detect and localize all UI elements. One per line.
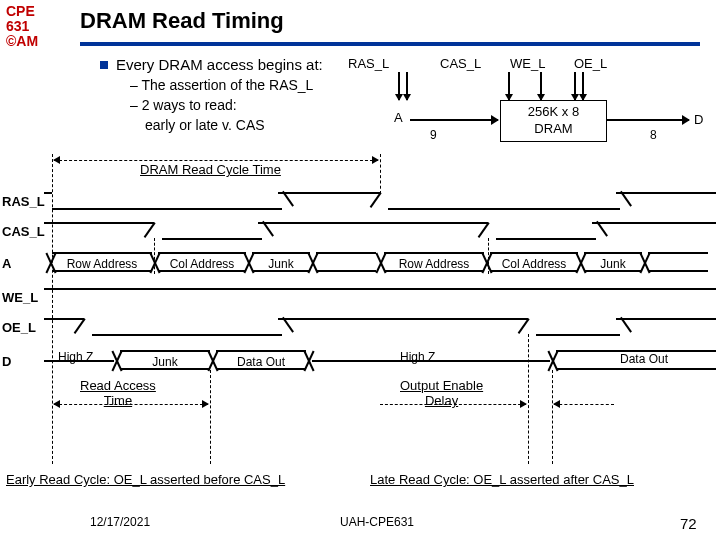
footer-date: 12/17/2021 <box>90 515 150 529</box>
oe-delay-span-r <box>554 404 614 405</box>
footer-page: 72 <box>680 515 697 532</box>
a-seg-3: Row Address <box>384 252 484 272</box>
read-access-label: Read Access Time <box>80 378 156 408</box>
cycle-span <box>54 160 378 161</box>
sub-3: early or late v. CAS <box>145 117 323 133</box>
sub-1: – The assertion of the RAS_L <box>130 77 323 93</box>
page-title: DRAM Read Timing <box>80 8 284 34</box>
bullet-square-icon <box>100 61 108 69</box>
row-a-label: A <box>2 256 11 271</box>
oe-delay-right-marker <box>552 370 553 464</box>
port-ras: RAS_L <box>348 56 389 71</box>
bus-width-8: 8 <box>650 128 657 142</box>
course-logo: CPE 631 ©AM <box>6 4 38 49</box>
bullet-1: Every DRAM access begins at: <box>100 56 323 73</box>
logo-line1: CPE <box>6 4 38 19</box>
oe-line-1 <box>574 72 576 100</box>
logo-line2: 631 <box>6 19 38 34</box>
a-arrow <box>410 119 498 121</box>
title-underline <box>80 42 700 46</box>
cycle-marker-right <box>380 154 381 194</box>
dram-line1: 256K x 8 <box>501 103 606 120</box>
caption-late: Late Read Cycle: OE_L asserted after CAS… <box>370 472 634 487</box>
d-seg-1: Junk <box>120 350 210 370</box>
row-oe-label: OE_L <box>2 320 36 335</box>
d-seg-0: High Z <box>58 350 93 364</box>
caption-early: Early Read Cycle: OE_L asserted before C… <box>6 472 285 487</box>
cycle-time-label: DRAM Read Cycle Time <box>140 162 281 177</box>
a-seg-0: Row Address <box>52 252 152 272</box>
bullet-block: Every DRAM access begins at: – The asser… <box>100 56 323 133</box>
dram-block: 256K x 8 DRAM <box>500 100 607 142</box>
oe-delay-label: Output Enable Delay <box>400 378 483 408</box>
cas-line <box>508 72 510 100</box>
ras-line-1 <box>398 72 400 100</box>
dram-line2: DRAM <box>501 120 606 137</box>
d-seg-2: Data Out <box>216 350 306 370</box>
port-d: D <box>694 112 703 127</box>
d-arrow <box>607 119 689 121</box>
a-seg-1: Col Address <box>158 252 246 272</box>
footer-center: UAH-CPE631 <box>340 515 414 529</box>
port-we: WE_L <box>510 56 545 71</box>
d-seg-3: High Z <box>400 350 435 364</box>
bus-width-9: 9 <box>430 128 437 142</box>
row-we-label: WE_L <box>2 290 38 305</box>
row-cas-label: CAS_L <box>2 224 45 239</box>
row-d-label: D <box>2 354 11 369</box>
oe-delay-left-marker <box>528 334 529 464</box>
port-oe: OE_L <box>574 56 607 71</box>
we-line <box>540 72 542 100</box>
port-cas: CAS_L <box>440 56 481 71</box>
a-seg-2: Junk <box>252 252 310 272</box>
port-a: A <box>394 110 403 125</box>
ras-line-2 <box>406 72 408 100</box>
row-ras-label: RAS_L <box>2 194 45 209</box>
logo-line3: ©AM <box>6 34 38 49</box>
sub-2: – 2 ways to read: <box>130 97 323 113</box>
a-seg-5: Junk <box>584 252 642 272</box>
read-access-right-marker <box>210 370 211 464</box>
cycle-marker-left <box>52 154 53 464</box>
oe-line-2 <box>582 72 584 100</box>
bullet-1-text: Every DRAM access begins at: <box>116 56 323 73</box>
a-seg-4: Col Address <box>490 252 578 272</box>
